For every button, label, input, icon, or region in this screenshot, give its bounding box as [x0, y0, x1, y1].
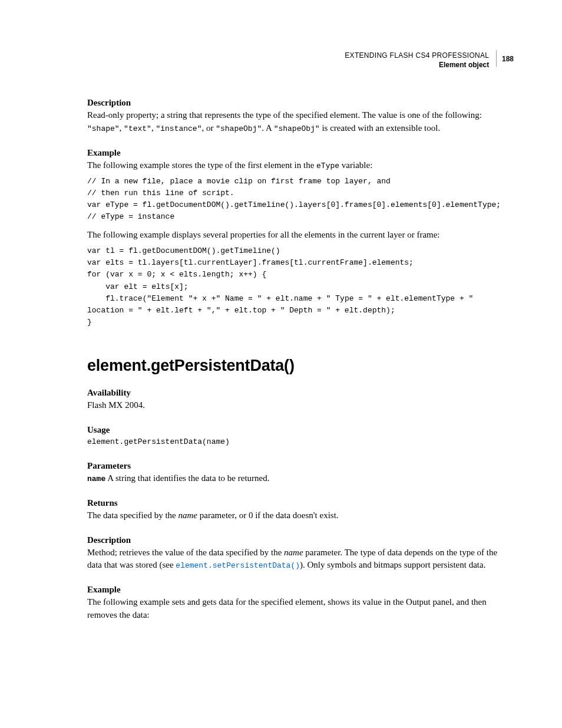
description-text: Read-only property; a string that repres…	[87, 109, 514, 135]
set-persistent-data-link[interactable]: element.setPersistentData()	[176, 561, 300, 570]
param-name: name	[87, 475, 105, 483]
header-divider	[496, 50, 497, 67]
description2-text: Method; retrieves the value of the data …	[87, 546, 514, 572]
code-block-2: var tl = fl.getDocumentDOM().getTimeline…	[87, 245, 514, 328]
section-name: Element object	[439, 61, 489, 69]
description-heading: Description	[87, 98, 514, 108]
returns-text: The data specified by the name parameter…	[87, 509, 514, 522]
returns-heading: Returns	[87, 498, 514, 508]
page-content: EXTENDING FLASH CS4 PROFESSIONAL Element…	[0, 0, 562, 660]
doc-title: EXTENDING FLASH CS4 PROFESSIONAL	[345, 51, 489, 60]
page-header: EXTENDING FLASH CS4 PROFESSIONAL Element…	[87, 51, 514, 70]
example-intro-1: The following example stores the type of…	[87, 159, 514, 172]
code-block-1: // In a new file, place a movie clip on …	[87, 176, 514, 223]
page-number: 188	[502, 55, 514, 63]
header-text-block: EXTENDING FLASH CS4 PROFESSIONAL Element…	[345, 51, 489, 70]
example-intro-2: The following example displays several p…	[87, 229, 514, 242]
method-title: element.getPersistentData()	[87, 357, 514, 375]
usage-code: element.getPersistentData(name)	[87, 436, 514, 448]
example2-text: The following example sets and gets data…	[87, 596, 514, 622]
availability-heading: Availability	[87, 388, 514, 398]
usage-heading: Usage	[87, 425, 514, 435]
example-heading: Example	[87, 148, 514, 158]
description2-heading: Description	[87, 535, 514, 545]
parameters-heading: Parameters	[87, 461, 514, 471]
availability-text: Flash MX 2004.	[87, 399, 514, 412]
parameter-row: name A string that identifies the data t…	[87, 472, 514, 485]
example2-heading: Example	[87, 585, 514, 595]
